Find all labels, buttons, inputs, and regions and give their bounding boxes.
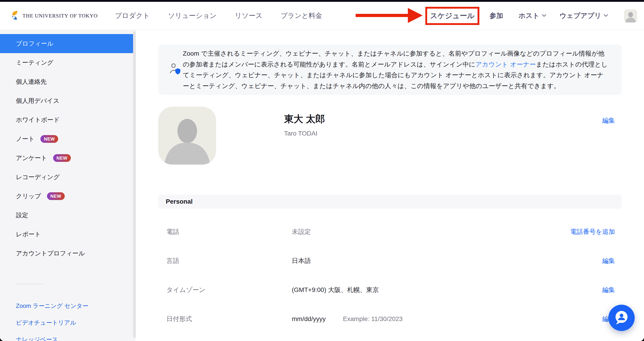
edit-timezone-link[interactable]: 編集: [602, 286, 615, 294]
sidebar-item-settings[interactable]: 設定: [0, 206, 133, 225]
privacy-note-text: Zoom で主催されるミーティング、ウェビナー、チャット、またはチャネルに参加す…: [183, 48, 609, 91]
sidebar-item-meetings[interactable]: ミーティング: [0, 53, 133, 72]
privacy-note-card: Zoom で主催されるミーティング、ウェビナー、チャット、またはチャネルに参加す…: [158, 44, 622, 95]
sidebar-item-account-profile[interactable]: アカウントプロフィール: [0, 244, 133, 263]
sidebar-item-recordings[interactable]: レコーディング: [0, 168, 133, 186]
row-value: (GMT+9:00) 大阪、札幌、東京: [292, 286, 379, 294]
zoom-web-portal: THE UNIVERSITY OF TOKYO プロダクト ソリューション リソ…: [0, 0, 644, 341]
nav-item-products[interactable]: プロダクト: [115, 11, 150, 20]
profile-detail-rows: 電話 未設定 電話番号を追加 言語 日本語 編集 タイムゾーン (GMT+9:0…: [158, 217, 622, 334]
row-language: 言語 日本語 編集: [158, 246, 622, 276]
row-value: 未設定: [292, 228, 311, 236]
sidebar: プロフィール ミーティング 個人連絡先 個人用デバイス ホワイトボード ノート …: [0, 30, 136, 341]
row-label: 言語: [166, 256, 292, 265]
nav-item-solutions[interactable]: ソリューション: [168, 11, 217, 20]
sidebar-item-notes[interactable]: ノート NEW: [0, 130, 133, 148]
sidebar-link-video-tutorials[interactable]: ビデオチュートリアル: [0, 314, 136, 331]
person-icon: [158, 107, 216, 164]
sidebar-item-profile[interactable]: プロフィール: [0, 34, 133, 53]
row-date-format: 日付形式 mm/dd/yyyy Example: 11/30/2023 編集: [158, 304, 622, 334]
account-owner-link[interactable]: アカウント オーナー: [476, 61, 536, 68]
new-badge: NEW: [47, 192, 65, 200]
sidebar-divider: [16, 284, 43, 284]
profile-names: 東大 太郎 Taro TODAI: [284, 112, 325, 164]
new-badge: NEW: [40, 135, 58, 143]
nav-item-plans-pricing[interactable]: プランと料金: [281, 11, 322, 20]
top-nav-bar: THE UNIVERSITY OF TOKYO プロダクト ソリューション リソ…: [0, 2, 644, 30]
chevron-down-icon: [604, 14, 608, 18]
sidebar-item-whiteboards[interactable]: ホワイトボード: [0, 110, 133, 130]
personal-section-header: Personal: [158, 194, 622, 209]
profile-header: 東大 太郎 Taro TODAI 編集: [158, 107, 622, 164]
user-avatar[interactable]: [624, 9, 637, 22]
sidebar-item-personal-devices[interactable]: 個人用デバイス: [0, 91, 133, 110]
row-phone: 電話 未設定 電話番号を追加: [158, 217, 622, 246]
chevron-down-icon: [542, 14, 546, 18]
sidebar-scrollbar[interactable]: [133, 31, 136, 338]
utokyo-logo[interactable]: THE UNIVERSITY OF TOKYO: [11, 10, 98, 22]
edit-language-link[interactable]: 編集: [602, 256, 615, 265]
chat-person-icon: [612, 308, 630, 328]
red-arrow-icon: [356, 6, 422, 26]
main-content: Zoom で主催されるミーティング、ウェビナー、チャット、またはチャネルに参加す…: [136, 30, 644, 341]
nav-item-host[interactable]: ホスト: [519, 11, 546, 20]
annotation-highlight-box: スケジュール: [425, 7, 479, 25]
utokyo-logo-text: THE UNIVERSITY OF TOKYO: [22, 13, 98, 19]
sidebar-item-surveys[interactable]: アンケート NEW: [0, 148, 133, 168]
profile-avatar[interactable]: [158, 107, 216, 164]
nav-item-schedule[interactable]: スケジュール: [430, 11, 474, 21]
row-value: 日本語: [292, 256, 311, 265]
sidebar-item-clips[interactable]: クリップ NEW: [0, 186, 133, 206]
row-example: Example: 11/30/2023: [343, 315, 402, 322]
add-phone-link[interactable]: 電話番号を追加: [570, 228, 615, 236]
section-title: Personal: [166, 198, 192, 205]
person-icon: [624, 9, 637, 22]
sidebar-link-learning-center[interactable]: Zoom ラーニング センター: [0, 298, 136, 314]
profile-name-romanized: Taro TODAI: [284, 130, 325, 137]
utokyo-ginkgo-icon: [11, 10, 20, 22]
row-label: 電話: [166, 228, 292, 236]
row-label: 日付形式: [166, 315, 292, 323]
sidebar-item-reports[interactable]: レポート: [0, 225, 133, 244]
person-shield-icon: [168, 62, 182, 77]
secondary-nav: スケジュール 参加 ホスト ウェブアプリ: [356, 6, 637, 26]
row-timezone: タイムゾーン (GMT+9:00) 大阪、札幌、東京 編集: [158, 276, 622, 304]
nav-item-join[interactable]: 参加: [490, 11, 503, 20]
nav-item-resources[interactable]: リソース: [235, 11, 262, 20]
help-button[interactable]: [608, 305, 635, 331]
row-label: タイムゾーン: [166, 286, 292, 294]
primary-nav: プロダクト ソリューション リソース プランと料金: [115, 11, 322, 20]
profile-edit-link[interactable]: 編集: [602, 116, 622, 164]
sidebar-nav: プロフィール ミーティング 個人連絡先 個人用デバイス ホワイトボード ノート …: [0, 34, 136, 263]
window-top-strip: [0, 0, 644, 2]
row-value: mm/dd/yyyy: [292, 315, 326, 322]
new-badge: NEW: [53, 154, 71, 162]
sidebar-item-personal-contacts[interactable]: 個人連絡先: [0, 72, 133, 91]
nav-item-webapp[interactable]: ウェブアプリ: [560, 11, 608, 20]
profile-name: 東大 太郎: [284, 112, 325, 125]
sidebar-link-knowledge-base[interactable]: ナレッジベース: [0, 331, 136, 341]
